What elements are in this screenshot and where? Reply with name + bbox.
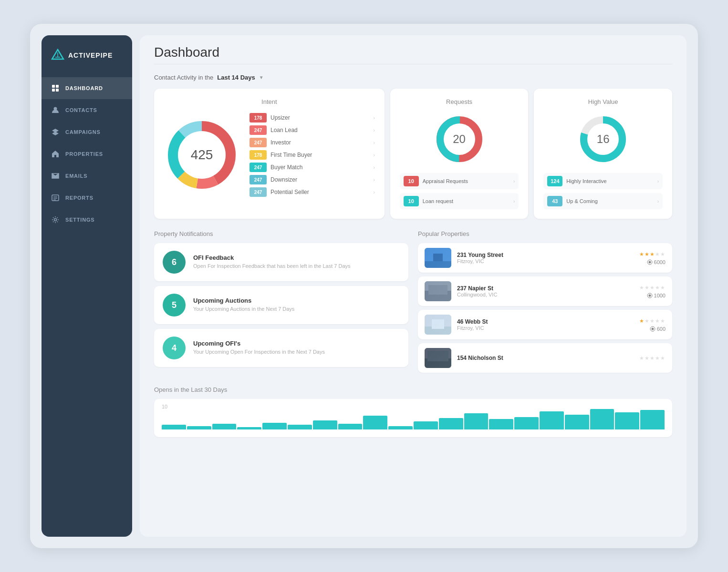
property-item-3[interactable]: 154 Nicholson St ★★★★★: [418, 343, 672, 373]
intent-label-investor: Investor: [270, 139, 369, 146]
property-thumb-2: [425, 315, 451, 335]
sidebar-item-properties[interactable]: PROPERTIES: [42, 143, 132, 165]
property-thumb-1: [425, 281, 451, 301]
sidebar-item-reports[interactable]: REPORTS: [42, 187, 132, 209]
high-value-label-coming: Up & Coming: [566, 198, 653, 204]
high-value-item-interactive[interactable]: 124 Highly Interactive ›: [543, 173, 663, 189]
notif-auctions-count: 5: [163, 294, 186, 317]
intent-arrow-loanlead: ›: [373, 128, 374, 133]
contact-activity-header: Contact Activity in the Last 14 Days ▼: [154, 74, 672, 81]
requests-item-loan[interactable]: 10 Loan request ›: [400, 193, 519, 209]
high-value-total: 16: [597, 133, 610, 146]
sidebar-item-label: CONTACTS: [65, 107, 97, 113]
property-meta-2: ★★★★★ 600: [639, 318, 666, 332]
svg-point-37: [651, 327, 654, 330]
opens-chart: 10: [154, 399, 672, 437]
intent-badge-loanlead: 247: [250, 125, 267, 135]
chart-bar-12: [439, 418, 463, 429]
high-value-donut: 16: [577, 113, 629, 165]
notification-ofi[interactable]: 6 OFI Feedback Open For Inspection Feedb…: [154, 243, 408, 281]
high-value-label-interactive: Highly Interactive: [566, 178, 653, 184]
chart-bar-3: [212, 424, 237, 429]
sidebar-item-emails[interactable]: EMAILS: [42, 165, 132, 187]
sidebar-item-contacts[interactable]: CONTACTS: [42, 99, 132, 121]
chart-bar-17: [565, 415, 589, 429]
high-value-card-title: High Value: [543, 98, 663, 105]
person-icon: [51, 106, 60, 114]
notification-ofis[interactable]: 4 Upcoming OFI's Your Upcoming Open For …: [154, 329, 408, 367]
envelope-icon: [51, 172, 60, 180]
chart-bar-16: [540, 411, 564, 429]
notif-ofis-count: 4: [163, 337, 186, 359]
intent-item-potentialseller[interactable]: 247 Potential Seller ›: [250, 187, 375, 197]
intent-badge-ps: 247: [250, 187, 267, 197]
intent-label-buyermatch: Buyer Match: [270, 164, 369, 171]
notif-ofi-text: OFI Feedback Open For Inspection Feedbac…: [193, 254, 351, 270]
requests-label-appraisal: Appraisal Requests: [423, 178, 510, 184]
property-suburb-1: Collingwood, VIC: [457, 292, 634, 297]
intent-badge-downsizer: 247: [250, 175, 267, 184]
intent-label-ps: Potential Seller: [270, 189, 369, 195]
sidebar-item-label: SETTINGS: [65, 217, 94, 223]
requests-arrow-loan: ›: [513, 199, 515, 204]
chart-bar-20: [640, 410, 665, 429]
intent-label-upsizer: Upsizer: [270, 114, 369, 121]
popular-properties-section: Popular Properties 231 Young Street Fitz…: [418, 230, 672, 377]
high-value-items: 124 Highly Interactive › 43 Up & Coming …: [543, 173, 663, 209]
popular-properties-title: Popular Properties: [418, 230, 672, 237]
property-name-1: 237 Napier St: [457, 285, 634, 292]
bottom-row: Property Notifications 6 OFI Feedback Op…: [154, 230, 672, 377]
property-meta-0: ★★★★★ 6000: [639, 251, 666, 265]
chart-bar-5: [262, 423, 287, 429]
gear-icon: [51, 215, 60, 224]
requests-donut: 20: [433, 113, 486, 165]
logo: ACTIVEPIPE: [42, 35, 132, 73]
property-item-0[interactable]: 231 Young Street Fitzroy, VIC ★★★★★ 6000: [418, 243, 672, 273]
property-meta-3: ★★★★★: [639, 355, 666, 361]
notif-auctions-title: Upcoming Auctions: [193, 297, 294, 304]
intent-list: 178 Upsizer › 247 Loan Lead › 247 Invest…: [250, 113, 375, 197]
requests-total: 20: [453, 133, 466, 146]
intent-item-buyermatch[interactable]: 247 Buyer Match ›: [250, 163, 375, 172]
intent-item-investor[interactable]: 247 Investor ›: [250, 138, 375, 147]
dropdown-arrow-icon[interactable]: ▼: [259, 75, 264, 80]
intent-badge-upsizer: 178: [250, 113, 267, 123]
intent-label-ftb: First Time Buyer: [270, 152, 369, 158]
property-info-3: 154 Nicholson St: [457, 355, 634, 361]
intent-item-loanlead[interactable]: 247 Loan Lead ›: [250, 125, 375, 135]
intent-item-firsttimebuyer[interactable]: 178 First Time Buyer ›: [250, 150, 375, 160]
chart-bar-15: [514, 417, 539, 429]
property-info-1: 237 Napier St Collingwood, VIC: [457, 285, 634, 297]
property-thumb-0: [425, 248, 451, 268]
intent-badge-investor: 247: [250, 138, 267, 147]
notif-ofis-description: Your Upcoming Open For Inspections in th…: [193, 348, 325, 356]
cards-row: Intent: [154, 89, 672, 219]
high-value-item-coming[interactable]: 43 Up & Coming ›: [543, 193, 663, 209]
intent-label-loanlead: Loan Lead: [270, 127, 369, 133]
notification-auctions[interactable]: 5 Upcoming Auctions Your Upcoming Auctio…: [154, 286, 408, 324]
home-icon: [51, 150, 60, 158]
intent-item-upsizer[interactable]: 178 Upsizer ›: [250, 113, 375, 123]
sidebar-item-campaigns[interactable]: CAMPAIGNS: [42, 121, 132, 143]
property-item-1[interactable]: 237 Napier St Collingwood, VIC ★★★★★ 100…: [418, 276, 672, 306]
sidebar-item-settings[interactable]: SETTINGS: [42, 209, 132, 231]
chart-bar-4: [237, 427, 261, 429]
requests-card: Requests 20 10 Appraisal Requests ›: [390, 89, 529, 219]
requests-item-appraisal[interactable]: 10 Appraisal Requests ›: [400, 173, 519, 189]
page-title: Dashboard: [154, 45, 672, 60]
notif-ofi-description: Open For Inspection Feedback that has be…: [193, 263, 351, 270]
opens-title: Opens in the Last 30 Days: [154, 386, 672, 393]
high-value-badge-coming: 43: [547, 196, 562, 206]
property-notifications-section: Property Notifications 6 OFI Feedback Op…: [154, 230, 408, 377]
sidebar-item-dashboard[interactable]: DASHBOARD: [42, 77, 132, 99]
property-item-2[interactable]: 46 Webb St Fitzroy, VIC ★★★★★ 600: [418, 310, 672, 339]
chart-bar-7: [313, 420, 337, 429]
intent-item-downsizer[interactable]: 247 Downsizer ›: [250, 175, 375, 184]
high-value-card: High Value 16 124 Highly Interactive ›: [534, 89, 672, 219]
layers-icon: [51, 128, 60, 136]
sidebar-item-label: REPORTS: [65, 195, 94, 201]
notif-ofi-count: 6: [163, 251, 186, 274]
intent-badge-buyermatch: 247: [250, 163, 267, 172]
property-views-0: 6000: [647, 259, 666, 265]
svg-point-33: [648, 294, 651, 296]
